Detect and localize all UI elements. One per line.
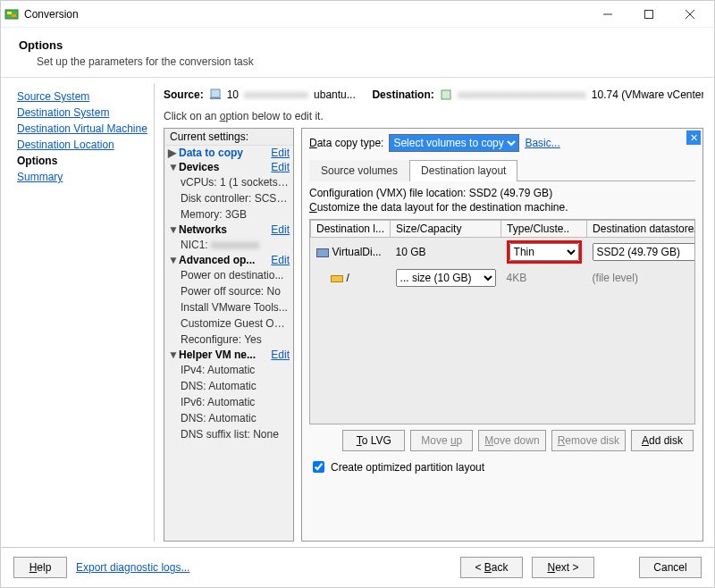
cancel-button[interactable]: Cancel (639, 557, 702, 578)
networks-nic1: NIC1: xxxxxxxxx (164, 237, 293, 253)
edit-link[interactable]: Edit (271, 161, 290, 173)
svg-rect-2 (12, 14, 16, 17)
arrow-down-icon: ▼ (168, 254, 177, 266)
nav-options[interactable]: Options (17, 153, 148, 169)
wizard-nav: Source System Destination System Destina… (3, 83, 155, 542)
col-type[interactable]: Type/Cluste.. (501, 221, 587, 238)
to-lvg-button[interactable]: To LVG (342, 430, 405, 451)
host-icon (440, 88, 452, 101)
app-icon (4, 7, 19, 21)
nav-destination-system[interactable]: Destination System (17, 105, 148, 121)
basic-link[interactable]: Basic... (525, 137, 559, 149)
group-advanced[interactable]: ▼ Advanced op... Edit (164, 253, 293, 267)
current-settings-panel: Current settings: ▶ Data to copy Edit ▼ … (164, 128, 294, 542)
svg-rect-1 (7, 12, 12, 14)
page-heading: Options (19, 38, 696, 52)
col-destination[interactable]: Destination l... (311, 221, 391, 238)
adv-reconfigure: Reconfigure: Yes (164, 332, 293, 348)
minimize-button[interactable] (587, 1, 628, 28)
col-datastore[interactable]: Destination datastore/Co... (587, 221, 695, 238)
nav-destination-location[interactable]: Destination Location (17, 137, 148, 153)
adv-install-tools: Install VMware Tools... (164, 299, 293, 315)
devices-memory: Memory: 3GB (164, 206, 293, 223)
source-prefix: 10 (227, 88, 239, 101)
disk-type-select[interactable]: Thin (509, 243, 579, 261)
source-blur: xxxxxxxxxxxx (244, 88, 308, 101)
devices-vcpu: vCPUs: 1 (1 sockets ... (164, 174, 293, 190)
arrow-down-icon: ▼ (168, 223, 177, 236)
vmx-location: Configuration (VMX) file location: SSD2 … (309, 187, 695, 199)
tab-source-volumes[interactable]: Source volumes (309, 160, 409, 181)
export-logs-link[interactable]: Export diagnostic logs... (76, 561, 189, 574)
detail-panel: ✕ Data copy type: Select volumes to copy… (301, 128, 703, 542)
helper-ipv4: IPv4: Automatic (164, 362, 293, 378)
close-button[interactable] (669, 1, 711, 28)
move-up-button[interactable]: Move up (410, 430, 473, 451)
adv-customize-guest: Customize Guest OS... (164, 315, 293, 332)
edit-link[interactable]: Edit (271, 349, 290, 361)
group-networks[interactable]: ▼ Networks Edit (164, 223, 293, 237)
add-disk-button[interactable]: Add disk (631, 430, 694, 451)
group-devices[interactable]: ▼ Devices Edit (164, 160, 293, 174)
helper-dns-suffix: DNS suffix list: None (164, 426, 293, 442)
adv-power-on: Power on destinatio... (164, 267, 293, 283)
tab-body: Configuration (VMX) file location: SSD2 … (309, 181, 695, 475)
nav-summary[interactable]: Summary (17, 169, 148, 185)
move-down-button[interactable]: Move down (478, 430, 545, 451)
disk-icon (316, 248, 329, 257)
table-row-disk[interactable]: VirtualDi... 10 GB Thin (311, 238, 696, 267)
disk-size: 10 GB (391, 238, 501, 267)
nav-destination-vm[interactable]: Destination Virtual Machine (17, 121, 148, 137)
partition-name: / (347, 272, 349, 284)
svg-line-5 (686, 10, 694, 19)
page-subheading: Set up the parameters for the conversion… (37, 55, 696, 68)
group-data-to-copy[interactable]: ▶ Data to copy Edit (164, 146, 293, 160)
window: Conversion Options Set up the parameters… (0, 0, 715, 588)
table-row-partition[interactable]: / ... size (10 GB) 4KB (file level) (311, 266, 696, 290)
svg-line-6 (686, 10, 694, 19)
group-label: Advanced op... (179, 254, 255, 266)
type-highlight: Thin (507, 240, 582, 264)
svg-rect-8 (210, 97, 221, 99)
optimized-layout-label: Create optimized partition layout (331, 461, 484, 474)
svg-rect-9 (442, 90, 450, 99)
source-dest-row: Source: 10 xxxxxxxxxxxx ubantu... Destin… (164, 88, 703, 101)
tab-destination-layout[interactable]: Destination layout (409, 160, 517, 181)
panel-close-icon[interactable]: ✕ (686, 130, 701, 145)
group-helper-vm[interactable]: ▼ Helper VM ne... Edit (164, 348, 293, 362)
col-size[interactable]: Size/Capacity (391, 221, 501, 238)
disk-datastore-select[interactable]: SSD2 (49.79 GB) (593, 243, 695, 261)
adv-power-off: Power off source: No (164, 283, 293, 299)
edit-link[interactable]: Edit (271, 223, 290, 236)
nav-source-system[interactable]: Source System (17, 88, 148, 105)
helper-dns2: DNS: Automatic (164, 410, 293, 426)
optimized-layout-checkbox[interactable] (313, 461, 324, 473)
data-copy-type-select[interactable]: Select volumes to copy (389, 134, 519, 152)
edit-link[interactable]: Edit (271, 254, 290, 266)
titlebar: Conversion (1, 1, 714, 28)
arrow-down-icon: ▼ (168, 161, 177, 173)
next-button[interactable]: Next > (532, 557, 594, 578)
content-column: Source: 10 xxxxxxxxxxxx ubantu... Destin… (155, 83, 712, 542)
layout-table-wrap: Destination l... Size/Capacity Type/Clus… (309, 219, 695, 424)
svg-rect-4 (645, 10, 653, 18)
back-button[interactable]: < Back (460, 557, 523, 578)
partition-cluster: 4KB (501, 266, 587, 290)
disk-name: VirtualDi... (332, 246, 382, 258)
maximize-button[interactable] (628, 1, 669, 28)
dest-suffix: 10.74 (VMware vCenter... (592, 88, 703, 101)
help-button[interactable]: Help (13, 557, 67, 578)
partition-size-select[interactable]: ... size (10 GB) (396, 269, 496, 287)
group-label: Networks (179, 223, 227, 236)
data-copy-type-label: Data copy type: (309, 137, 383, 149)
settings-tree: ▶ Data to copy Edit ▼ Devices Edit vCPUs… (164, 146, 293, 446)
arrow-down-icon: ▼ (168, 349, 177, 361)
helper-ipv6: IPv6: Automatic (164, 394, 293, 410)
edit-link[interactable]: Edit (271, 147, 290, 159)
arrow-right-icon: ▶ (168, 147, 177, 159)
optimized-layout-row: Create optimized partition layout (309, 458, 695, 475)
work-row: Current settings: ▶ Data to copy Edit ▼ … (164, 128, 703, 542)
remove-disk-button[interactable]: Remove disk (551, 430, 626, 451)
current-settings-title: Current settings: (164, 129, 293, 146)
customize-hint: Customize the data layout for the destin… (309, 201, 695, 214)
